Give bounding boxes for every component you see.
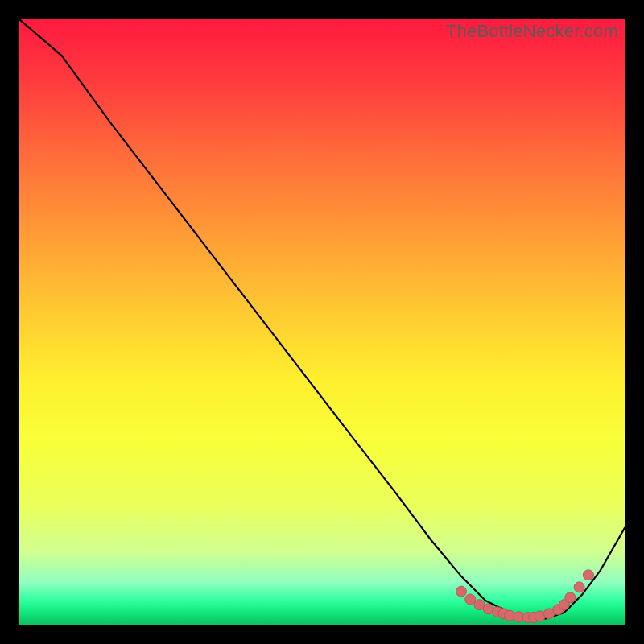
bottleneck-curve [19,19,625,618]
chart-container: TheBottleNecker.com [0,0,644,644]
watermark-label: TheBottleNecker.com [446,21,618,42]
data-point [583,570,593,580]
data-point [565,592,576,603]
data-point [574,582,584,592]
chart-overlay [19,19,625,625]
plot-area: TheBottleNecker.com [19,19,625,625]
data-points [456,570,593,623]
data-point [465,594,476,605]
data-point [456,586,466,597]
curve-line [19,19,625,618]
